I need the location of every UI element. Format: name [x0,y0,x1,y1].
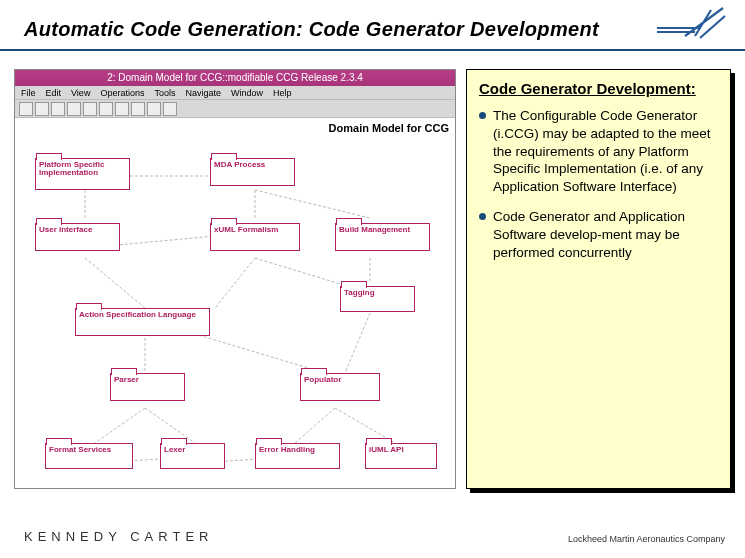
slide-footer: KENNEDY CARTER Lockheed Martin Aeronauti… [24,529,725,544]
menu-operations[interactable]: Operations [100,88,144,98]
svg-line-11 [345,313,370,373]
svg-line-6 [215,258,255,308]
app-menubar: File Edit View Operations Tools Navigate… [15,86,455,100]
package-tagging[interactable]: Tagging [340,286,415,312]
toolbar-button[interactable] [19,102,33,116]
package-xuml[interactable]: xUML Formalism [210,223,300,251]
svg-line-5 [85,258,145,308]
package-lexer[interactable]: Lexer [160,443,225,469]
svg-line-14 [295,408,335,443]
menu-file[interactable]: File [21,88,36,98]
diagram-canvas: Domain Model for CCG [15,118,455,488]
modeling-tool-window: 2: Domain Model for CCG::modifiable CCG … [14,69,456,489]
toolbar-button[interactable] [83,102,97,116]
canvas-title: Domain Model for CCG [329,122,449,134]
footer-left: KENNEDY CARTER [24,529,213,544]
lockheed-star-icon [655,6,727,40]
package-ui[interactable]: User Interface [35,223,120,251]
toolbar-button[interactable] [115,102,129,116]
package-mda[interactable]: MDA Process [210,158,295,186]
menu-tools[interactable]: Tools [154,88,175,98]
package-psi[interactable]: Platform Specific Implementation [35,158,130,190]
app-toolbar [15,100,455,118]
toolbar-button[interactable] [35,102,49,116]
info-title: Code Generator Development: [479,80,718,97]
menu-view[interactable]: View [71,88,90,98]
toolbar-button[interactable] [67,102,81,116]
menu-edit[interactable]: Edit [46,88,62,98]
toolbar-button[interactable] [163,102,177,116]
package-populator[interactable]: Populator [300,373,380,401]
info-bullets: The Configurable Code Generator (i.CCG) … [479,107,718,262]
info-panel: Code Generator Development: The Configur… [466,69,731,489]
toolbar-button[interactable] [51,102,65,116]
slide-header: Automatic Code Generation: Code Generato… [0,0,745,51]
footer-right: Lockheed Martin Aeronautics Company [568,534,725,544]
package-api[interactable]: iUML API [365,443,437,469]
menu-navigate[interactable]: Navigate [185,88,221,98]
package-format[interactable]: Format Services [45,443,133,469]
bullet-item: The Configurable Code Generator (i.CCG) … [479,107,718,196]
package-error[interactable]: Error Handling [255,443,340,469]
menu-help[interactable]: Help [273,88,292,98]
package-build[interactable]: Build Management [335,223,430,251]
bullet-item: Code Generator and Application Software … [479,208,718,261]
app-titlebar: 2: Domain Model for CCG::modifiable CCG … [15,70,455,86]
package-asl[interactable]: Action Specification Language [75,308,210,336]
svg-line-3 [255,190,370,218]
slide-title: Automatic Code Generation: Code Generato… [24,18,721,41]
package-parser[interactable]: Parser [110,373,185,401]
toolbar-button[interactable] [99,102,113,116]
toolbar-button[interactable] [147,102,161,116]
slide-content: 2: Domain Model for CCG::modifiable CCG … [0,51,745,489]
menu-window[interactable]: Window [231,88,263,98]
toolbar-button[interactable] [131,102,145,116]
svg-line-12 [95,408,145,443]
